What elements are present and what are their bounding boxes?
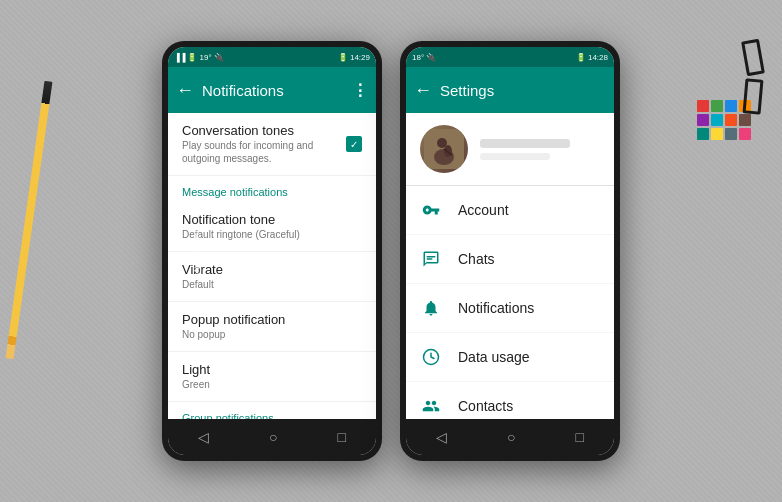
group-notifications-header: Group notifications xyxy=(168,402,376,419)
conversation-tones-title: Conversation tones xyxy=(182,123,346,138)
menu-item-data-usage[interactable]: Data usage xyxy=(406,333,614,382)
key-icon xyxy=(420,199,442,221)
binder-clips xyxy=(744,40,762,118)
app-title-right: Settings xyxy=(440,82,606,99)
status-left-text: 🔋 19° 🔌 xyxy=(187,53,224,62)
light-item[interactable]: Light Green xyxy=(168,352,376,402)
menu-item-chats[interactable]: Chats xyxy=(406,235,614,284)
cube xyxy=(739,128,751,140)
conversation-tones-item[interactable]: Conversation tones Play sounds for incom… xyxy=(168,113,376,176)
cube xyxy=(697,114,709,126)
profile-name-placeholder xyxy=(480,139,570,148)
battery-right-icon: 🔋 xyxy=(576,53,586,62)
phone-right: 18° 🔌 🔋 14:28 ← Settings xyxy=(400,41,620,461)
popup-notification-item[interactable]: Popup notification No popup xyxy=(168,302,376,352)
app-title-left: Notifications xyxy=(202,82,352,99)
status-right-info: 🔋 14:29 xyxy=(338,53,370,62)
nav-home-right[interactable]: ○ xyxy=(507,429,515,445)
phone-right-screen: 18° 🔌 🔋 14:28 ← Settings xyxy=(406,47,614,455)
status-bar-right: 18° 🔌 🔋 14:28 xyxy=(406,47,614,67)
data-usage-icon xyxy=(420,346,442,368)
menu-item-notifications[interactable]: Notifications xyxy=(406,284,614,333)
cube xyxy=(725,114,737,126)
app-bar-left: ← Notifications ⋮ xyxy=(168,67,376,113)
status-bar-left: ▐▐ 🔋 19° 🔌 🔋 14:29 xyxy=(168,47,376,67)
menu-item-account[interactable]: Account xyxy=(406,186,614,235)
status-left-icons: ▐▐ 🔋 19° 🔌 xyxy=(174,53,224,62)
profile-section[interactable] xyxy=(406,113,614,186)
nav-bar-left: ◁ ○ □ xyxy=(168,419,376,455)
menu-item-contacts[interactable]: Contacts xyxy=(406,382,614,419)
back-button-right[interactable]: ← xyxy=(414,80,432,101)
popup-notification-subtitle: No popup xyxy=(182,328,362,341)
notifications-label: Notifications xyxy=(458,300,534,316)
cube xyxy=(697,100,709,112)
message-notifications-header: Message notifications xyxy=(168,176,376,202)
chat-icon xyxy=(420,248,442,270)
profile-info xyxy=(480,139,600,160)
app-bar-right: ← Settings xyxy=(406,67,614,113)
status-right-text: 18° 🔌 xyxy=(412,53,436,62)
nav-back-left[interactable]: ◁ xyxy=(198,429,209,445)
bell-icon xyxy=(420,297,442,319)
notification-tone-subtitle: Default ringtone (Graceful) xyxy=(182,228,362,241)
nav-recent-left[interactable]: □ xyxy=(338,429,346,445)
vibrate-subtitle: Default xyxy=(182,278,362,291)
pencil-decoration xyxy=(6,81,53,359)
cube xyxy=(725,128,737,140)
avatar-image xyxy=(420,125,468,173)
side-label: ANDROIDPIT xyxy=(193,224,200,278)
popup-notification-title: Popup notification xyxy=(182,312,362,327)
vibrate-title: Vibrate xyxy=(182,262,362,277)
cube xyxy=(711,100,723,112)
contacts-icon xyxy=(420,395,442,417)
signal-icon: ▐▐ xyxy=(174,53,185,62)
scene: ▐▐ 🔋 19° 🔌 🔋 14:29 ← Notifications ⋮ xyxy=(0,0,782,502)
cube xyxy=(725,100,737,112)
status-time: 14:29 xyxy=(350,53,370,62)
data-usage-label: Data usage xyxy=(458,349,530,365)
cube xyxy=(697,128,709,140)
chats-label: Chats xyxy=(458,251,495,267)
conversation-tones-subtitle: Play sounds for incoming and outgoing me… xyxy=(182,139,346,165)
light-title: Light xyxy=(182,362,362,377)
svg-rect-6 xyxy=(427,258,433,260)
settings-content: Account Chats xyxy=(406,113,614,419)
status-right-left-icons: 18° 🔌 xyxy=(412,53,436,62)
contacts-label: Contacts xyxy=(458,398,513,414)
nav-back-right[interactable]: ◁ xyxy=(436,429,447,445)
profile-status-placeholder xyxy=(480,153,550,160)
back-button-left[interactable]: ← xyxy=(176,80,194,101)
light-subtitle: Green xyxy=(182,378,362,391)
svg-rect-5 xyxy=(427,256,436,258)
more-button-left[interactable]: ⋮ xyxy=(352,81,368,100)
nav-recent-right[interactable]: □ xyxy=(576,429,584,445)
account-label: Account xyxy=(458,202,509,218)
notification-tone-title: Notification tone xyxy=(182,212,362,227)
cube xyxy=(711,114,723,126)
cube xyxy=(711,128,723,140)
status-time-right: 14:28 xyxy=(588,53,608,62)
avatar xyxy=(420,125,468,173)
nav-bar-right: ◁ ○ □ xyxy=(406,419,614,455)
phone-left: ▐▐ 🔋 19° 🔌 🔋 14:29 ← Notifications ⋮ xyxy=(162,41,382,461)
nav-home-left[interactable]: ○ xyxy=(269,429,277,445)
status-right-right-info: 🔋 14:28 xyxy=(576,53,608,62)
battery-icon: 🔋 xyxy=(338,53,348,62)
conversation-tones-checkbox[interactable] xyxy=(346,136,362,152)
